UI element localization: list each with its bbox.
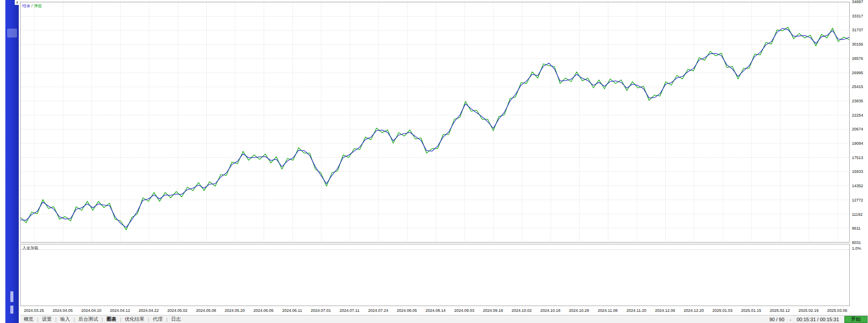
x-tick-label: 2024.04.05	[53, 308, 73, 313]
tab-list: 概览|设置|输入|后台测试|图表|优化结果|代理|日志	[20, 315, 184, 323]
elapsed-time-text: 00:15:31 / 00:15:31	[797, 317, 839, 322]
y-tick-label: 23835	[852, 99, 863, 103]
x-tick-label: 2024.11.08	[598, 308, 618, 313]
y-tick-label: 22254	[852, 113, 863, 117]
x-tick-label: 2024.05.08	[196, 308, 216, 313]
y-tick-label: 19094	[852, 141, 863, 146]
start-button[interactable]: 开始	[844, 316, 868, 323]
y-tick-label: 20674	[852, 127, 863, 131]
x-tick-label: 2024.04.22	[138, 308, 159, 313]
subpanel-scale-label: 1.0%	[852, 246, 861, 251]
y-tick-label: 14352	[852, 184, 863, 188]
chart-legend: 结余 / 净值	[22, 3, 42, 9]
taskbar-vertical-mark	[10, 291, 13, 302]
y-tick-label: 11192	[852, 212, 863, 217]
y-tick-label: 12772	[852, 198, 863, 202]
x-tick-label: 2024.10.02	[512, 308, 532, 313]
progress-text: 90 / 90	[769, 317, 785, 322]
balance-line	[21, 28, 849, 227]
subpanel-gridline	[21, 249, 849, 250]
x-tick-label: 2024.06.05	[253, 308, 273, 313]
x-tick-label: 2024.12.20	[684, 308, 704, 313]
y-tick-label: 15933	[852, 169, 863, 174]
x-tick-label: 2025.01.15	[741, 308, 761, 313]
legend-separator: /	[30, 4, 34, 8]
x-tick-label: 2024.07.01	[311, 308, 331, 313]
x-tick-label: 2024.08.05	[397, 308, 417, 313]
x-tick-label: 2024.04.12	[110, 308, 130, 313]
taskbar-vertical-mark	[10, 306, 13, 314]
y-tick-label: 34897	[852, 0, 863, 4]
equity-chart-svg	[21, 2, 849, 242]
legend-equity-label: 净值	[34, 4, 42, 8]
x-tick-label: 2024.11.20	[626, 308, 646, 313]
y-tick-label: 26995	[852, 71, 863, 75]
tab-设置[interactable]: 设置	[38, 316, 55, 323]
x-tick-label: 2024.06.11	[282, 308, 302, 313]
x-tick-label: 2024.09.18	[483, 308, 503, 313]
x-tick-label: 2025.01.03	[712, 308, 732, 313]
y-tick-label: 25415	[852, 84, 863, 89]
y-tick-label: 8031	[852, 240, 861, 245]
x-tick-label: 2024.05.02	[167, 308, 188, 313]
tab-优化结果[interactable]: 优化结果	[121, 316, 148, 323]
tab-概览[interactable]: 概览	[20, 316, 37, 323]
x-tick-label: 2025.02.12	[770, 308, 790, 313]
y-tick-label: 28576	[852, 56, 863, 61]
x-tick-label: 2024.10.18	[540, 308, 560, 313]
x-axis-labels: 2024.03.252024.04.052024.04.102024.04.12…	[20, 307, 850, 314]
x-tick-label: 2024.08.14	[426, 308, 446, 313]
tab-代理[interactable]: 代理	[149, 316, 166, 323]
y-tick-label: 31737	[852, 28, 863, 32]
close-icon[interactable]: x	[15, 0, 20, 5]
equity-chart-panel[interactable]: 结余 / 净值	[20, 2, 850, 243]
x-tick-label: 2024.05.20	[225, 308, 245, 313]
y-tick-label: 33317	[852, 14, 863, 18]
x-tick-label: 2024.10.28	[569, 308, 589, 313]
x-tick-label: 2024.07.24	[368, 308, 388, 313]
strategy-tester-window: x 结余 / 净值 入金加载 3489733317317373015628576…	[0, 0, 868, 323]
x-tick-label: 2024.03.25	[24, 308, 44, 313]
y-tick-label: 30156	[852, 42, 863, 46]
taskbar-icon[interactable]	[7, 29, 17, 38]
status-dash: -	[790, 317, 792, 322]
status-area: 90 / 90 - 00:15:31 / 00:15:31 开始	[769, 316, 868, 323]
x-tick-label: 2024.09.03	[454, 308, 474, 313]
tab-输入[interactable]: 输入	[57, 316, 74, 323]
y-axis-labels: 3489733317317373015628576269952541523835…	[851, 0, 868, 315]
x-tick-label: 2025.03.06	[827, 308, 847, 313]
tab-图表[interactable]: 图表	[103, 316, 120, 323]
x-tick-label: 2025.02.19	[798, 308, 818, 313]
taskbar-strip	[5, 0, 19, 323]
tab-日志[interactable]: 日志	[167, 316, 184, 323]
x-tick-label: 2024.07.11	[340, 308, 359, 313]
legend-balance-label: 结余	[22, 4, 30, 8]
deposit-load-panel[interactable]: 入金加载	[20, 244, 850, 306]
tester-tab-bar: 概览|设置|输入|后台测试|图表|优化结果|代理|日志 90 / 90 - 00…	[20, 315, 868, 323]
x-tick-label: 2024.12.06	[655, 308, 675, 313]
y-tick-label: 17513	[852, 155, 863, 160]
tab-后台测试[interactable]: 后台测试	[75, 316, 102, 323]
y-tick-label: 9611	[852, 226, 860, 231]
deposit-load-label: 入金加载	[22, 245, 38, 251]
x-tick-label: 2024.04.10	[81, 308, 101, 313]
